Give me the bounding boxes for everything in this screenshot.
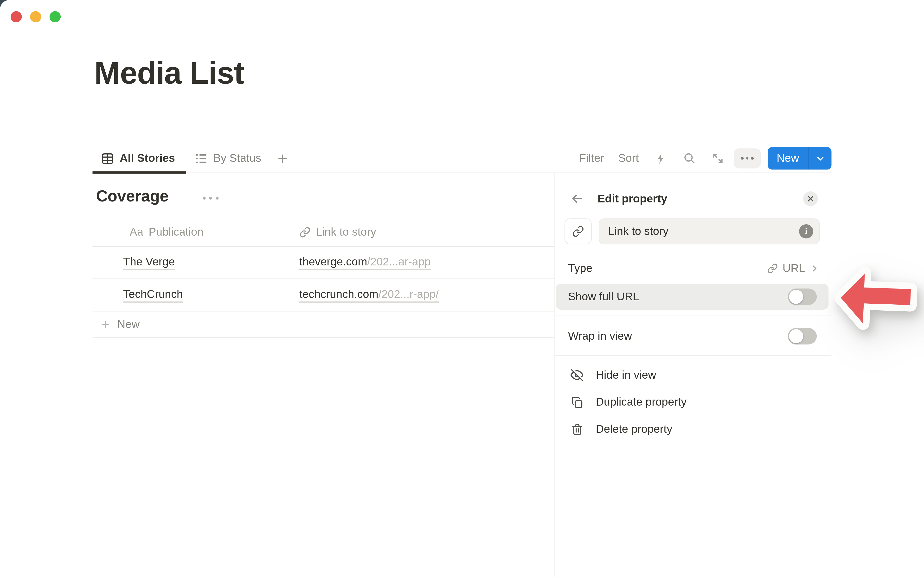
menu-item-label: Hide in view xyxy=(596,369,656,382)
page-title: Media List xyxy=(94,55,244,91)
table-view-icon xyxy=(101,152,114,165)
publication-link[interactable]: The Verge xyxy=(123,255,175,270)
table-row: The Verge theverge.com/202...ar-app xyxy=(92,247,554,279)
expand-icon[interactable] xyxy=(711,152,724,165)
column-header-link[interactable]: Link to story xyxy=(292,218,554,246)
wrap-in-view-toggle[interactable] xyxy=(788,328,817,345)
show-full-url-row[interactable]: Show full URL xyxy=(556,284,829,309)
column-divider xyxy=(292,247,292,311)
group-menu-dots-icon[interactable] xyxy=(203,197,218,200)
view-tabs: All Stories By Status xyxy=(92,144,289,172)
group-title: Coverage xyxy=(96,187,168,206)
type-row[interactable]: Type URL xyxy=(554,257,819,280)
show-full-url-label: Show full URL xyxy=(568,290,639,303)
trash-icon xyxy=(570,423,583,435)
add-view-button[interactable] xyxy=(276,152,289,164)
story-url-link[interactable]: techcrunch.com/202...r-app/ xyxy=(299,287,439,302)
new-button-label[interactable]: New xyxy=(768,147,808,169)
column-header-link-label: Link to story xyxy=(316,226,376,239)
wrap-in-view-row[interactable]: Wrap in view xyxy=(556,323,829,349)
property-link-icon-button[interactable] xyxy=(564,219,592,245)
stories-table: Aa Publication Link to story The Verge xyxy=(92,218,554,338)
cell-url[interactable]: techcrunch.com/202...r-app/ xyxy=(292,279,554,311)
publication-link[interactable]: TechCrunch xyxy=(123,287,183,302)
red-arrow-annotation xyxy=(833,266,924,335)
type-value-text: URL xyxy=(782,262,805,275)
link-icon xyxy=(299,226,311,238)
story-url-link[interactable]: theverge.com/202...ar-app xyxy=(299,255,431,270)
divider xyxy=(555,355,832,356)
view-toolbar: All Stories By Status xyxy=(92,144,831,173)
menu-item-delete-property[interactable]: Delete property xyxy=(554,416,832,443)
url-domain: theverge.com xyxy=(299,255,367,268)
chevron-right-icon xyxy=(810,264,819,273)
info-icon[interactable]: i xyxy=(799,224,813,239)
menu-item-hide-in-view[interactable]: Hide in view xyxy=(554,362,832,389)
property-actions-menu: Hide in view Duplicate property xyxy=(554,362,832,443)
panel-title: Edit property xyxy=(598,192,803,205)
duplicate-icon xyxy=(570,396,583,408)
edit-property-panel: Edit property Link to story i xyxy=(554,173,832,577)
eye-off-icon xyxy=(570,369,583,382)
tab-all-stories[interactable]: All Stories xyxy=(92,144,186,172)
tab-by-status[interactable]: By Status xyxy=(194,144,261,172)
panel-header: Edit property xyxy=(570,191,818,206)
list-view-icon xyxy=(194,152,208,165)
new-row-label: New xyxy=(117,318,140,331)
property-name-value: Link to story xyxy=(608,225,669,238)
table-header-row: Aa Publication Link to story xyxy=(92,218,554,247)
toggle-knob xyxy=(789,329,803,343)
search-icon[interactable] xyxy=(683,152,696,165)
wrap-in-view-label: Wrap in view xyxy=(568,330,632,343)
filter-button[interactable]: Filter xyxy=(579,152,604,165)
traffic-light-zoom[interactable] xyxy=(50,11,61,23)
column-header-publication-label: Publication xyxy=(149,226,204,239)
cell-publication[interactable]: TechCrunch xyxy=(92,279,292,311)
property-name-input[interactable]: Link to story i xyxy=(599,219,819,245)
type-label: Type xyxy=(568,262,593,275)
traffic-light-minimize[interactable] xyxy=(30,11,41,23)
back-arrow-icon[interactable] xyxy=(570,192,584,205)
menu-item-label: Delete property xyxy=(596,423,672,436)
toggle-knob xyxy=(789,290,803,304)
link-icon xyxy=(767,263,778,274)
text-type-icon: Aa xyxy=(130,226,144,239)
cell-url[interactable]: theverge.com/202...ar-app xyxy=(292,247,554,279)
view-controls: Filter Sort xyxy=(579,147,831,169)
show-full-url-toggle[interactable] xyxy=(788,288,817,305)
url-path: /202...ar-app xyxy=(367,255,431,268)
tab-by-status-label: By Status xyxy=(213,152,261,165)
table-row: TechCrunch techcrunch.com/202...r-app/ xyxy=(92,279,554,311)
tab-all-stories-label: All Stories xyxy=(120,152,175,165)
cell-publication[interactable]: The Verge xyxy=(92,247,292,279)
close-icon[interactable] xyxy=(803,191,818,206)
url-path: /202...r-app/ xyxy=(378,287,439,300)
divider xyxy=(555,316,832,316)
new-button[interactable]: New xyxy=(768,147,832,169)
menu-item-label: Duplicate property xyxy=(596,396,687,409)
column-header-publication[interactable]: Aa Publication xyxy=(92,218,292,246)
property-name-row: Link to story i xyxy=(564,219,819,245)
plus-icon xyxy=(100,319,111,330)
menu-item-duplicate-property[interactable]: Duplicate property xyxy=(554,388,832,416)
url-domain: techcrunch.com xyxy=(299,287,378,300)
new-row-button[interactable]: New xyxy=(92,311,554,338)
traffic-light-close[interactable] xyxy=(11,11,22,23)
app-window-stage: Media List All Stories xyxy=(0,0,924,577)
automation-lightning-icon[interactable] xyxy=(655,152,667,164)
new-dropdown-chevron[interactable] xyxy=(809,147,832,169)
sort-button[interactable]: Sort xyxy=(618,152,639,165)
app-window: Media List All Stories xyxy=(0,0,924,577)
type-value: URL xyxy=(767,262,819,275)
more-options-button[interactable] xyxy=(734,148,761,168)
